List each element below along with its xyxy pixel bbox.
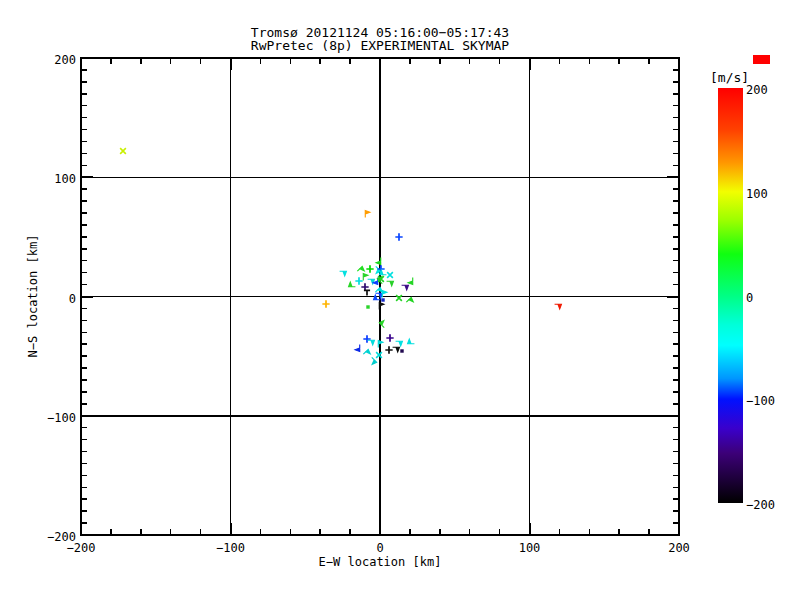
axis-tick [673, 498, 679, 500]
data-point [354, 344, 362, 352]
axis-tick [499, 529, 501, 535]
axis-tick [140, 529, 142, 535]
axis-tick [648, 529, 650, 535]
axis-tick [673, 93, 679, 95]
axis-tick [559, 529, 561, 535]
axis-tick [81, 379, 87, 381]
axis-tick [81, 129, 87, 131]
colorbar-overflow-marker-icon [753, 55, 770, 64]
axis-tick [529, 523, 531, 535]
axis-tick [81, 510, 87, 512]
axis-tick [469, 529, 471, 535]
axis-tick [81, 534, 93, 536]
axis-tick [673, 69, 679, 71]
axis-tick [110, 58, 112, 64]
y-tick-label: 100 [20, 173, 76, 185]
axis-tick [673, 117, 679, 119]
grid-line [529, 58, 531, 535]
axis-tick [81, 272, 87, 274]
axis-tick [81, 355, 87, 357]
axis-tick [81, 141, 87, 143]
axis-tick [81, 439, 87, 441]
plot-subtitle: RwPretec (8p) EXPERIMENTAL SKYMAP [80, 39, 680, 52]
axis-tick [667, 296, 679, 298]
axis-tick [81, 224, 87, 226]
axis-tick [81, 463, 87, 465]
axis-tick [81, 200, 87, 202]
axis-tick [673, 510, 679, 512]
axis-tick [667, 415, 679, 417]
axis-tick [81, 475, 87, 477]
axis-tick [170, 529, 172, 535]
axis-tick [81, 367, 87, 369]
axis-tick [81, 415, 93, 417]
data-point [395, 233, 403, 241]
axis-tick [673, 355, 679, 357]
axis-tick [667, 176, 679, 178]
data-point [363, 288, 371, 296]
data-point [364, 303, 372, 311]
skymap-screenshot: { "page": { "background": "#ffffff", "ax… [0, 0, 800, 600]
axis-tick [499, 58, 501, 64]
axis-tick [81, 296, 93, 298]
x-tick-label: 100 [498, 542, 562, 554]
axis-tick [81, 93, 87, 95]
data-point [407, 277, 415, 285]
axis-tick [673, 379, 679, 381]
data-point [404, 296, 415, 307]
colorbar-tick-label: −100 [746, 395, 796, 407]
axis-tick [673, 403, 679, 405]
axis-tick [409, 529, 411, 535]
axis-tick [230, 523, 232, 535]
axis-tick [673, 427, 679, 429]
axis-tick [81, 451, 87, 453]
plot-area: −200−10001002002001000−100−200 [81, 58, 679, 535]
axis-tick [379, 523, 381, 535]
y-tick-label: −200 [20, 531, 76, 543]
axis-tick [379, 58, 381, 70]
axis-tick [439, 58, 441, 64]
axis-tick [469, 58, 471, 64]
y-axis-label: N−S location [km] [27, 235, 39, 358]
axis-tick [230, 58, 232, 70]
axis-tick [589, 529, 591, 535]
axis-tick [81, 212, 87, 214]
axis-tick [349, 529, 351, 535]
axis-tick [673, 81, 679, 83]
axis-tick [648, 58, 650, 64]
axis-tick [81, 105, 87, 107]
y-tick-label: 200 [20, 54, 76, 66]
axis-tick [81, 284, 87, 286]
axis-tick [81, 498, 87, 500]
axis-tick [673, 367, 679, 369]
axis-tick [319, 529, 321, 535]
axis-tick [140, 58, 142, 64]
axis-tick [260, 529, 262, 535]
axis-tick [529, 58, 531, 70]
axis-tick [673, 129, 679, 131]
axis-tick [170, 58, 172, 64]
axis-tick [673, 248, 679, 250]
x-axis-label: E−W location [km] [80, 556, 680, 568]
axis-tick [81, 332, 87, 334]
colorbar-tick-label: 0 [746, 292, 796, 304]
axis-tick [673, 343, 679, 345]
colorbar-tick-label: 200 [746, 84, 796, 96]
axis-tick [81, 165, 87, 167]
axis-tick [673, 284, 679, 286]
data-point [376, 340, 384, 348]
axis-tick [667, 57, 679, 59]
axis-tick [439, 529, 441, 535]
data-point [119, 147, 127, 155]
data-point [363, 210, 371, 218]
axis-tick [81, 343, 87, 345]
axis-tick [559, 58, 561, 64]
axis-tick [81, 308, 87, 310]
data-point [398, 347, 406, 355]
axis-tick [81, 260, 87, 262]
axis-tick [673, 200, 679, 202]
axis-tick [81, 117, 87, 119]
axis-tick [673, 522, 679, 524]
axis-tick [673, 439, 679, 441]
axis-tick [110, 529, 112, 535]
